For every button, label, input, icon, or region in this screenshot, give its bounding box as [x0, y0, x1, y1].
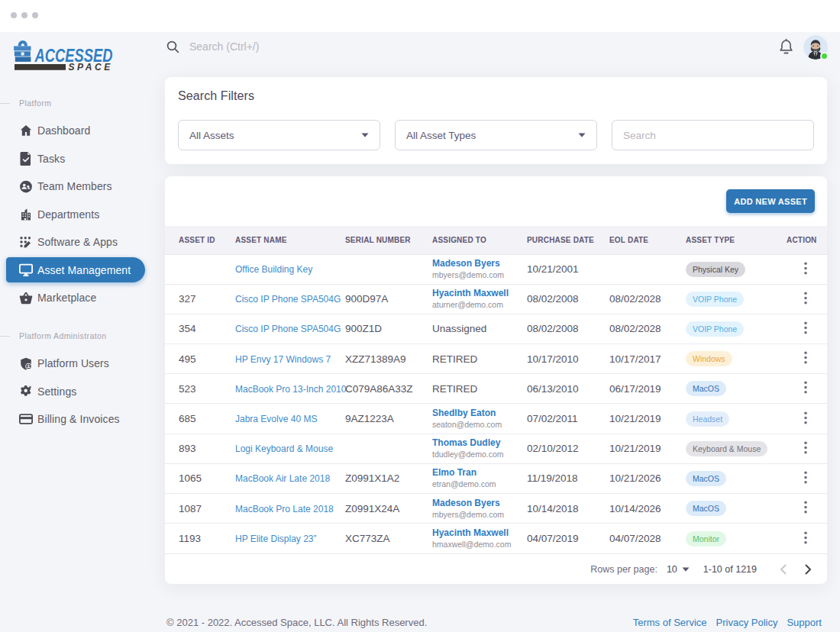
asset-id-cell: 354	[165, 314, 235, 343]
row-actions-button[interactable]	[804, 351, 807, 364]
sidebar-nav-platform: Dashboard Tasks Team Members Departments…	[0, 117, 153, 312]
add-new-asset-button[interactable]: ADD NEW ASSET	[726, 189, 815, 213]
row-actions-button[interactable]	[804, 381, 807, 394]
row-actions-button[interactable]	[804, 501, 807, 514]
asset-name-link[interactable]: HP Elite Display 23”	[235, 534, 317, 544]
eol-date-cell: 10/21/2026	[609, 463, 686, 493]
column-header-asset-id[interactable]: Asset ID	[165, 226, 235, 254]
action-cell	[787, 344, 827, 374]
asset-name-link[interactable]: HP Envy 17 Windows 7	[235, 354, 331, 365]
asset-row: 893 Logi Keyboard & Mouse Thomas Dudleyt…	[165, 434, 827, 463]
sidebar-item-team-members[interactable]: Team Members	[0, 173, 153, 201]
assigned-to-cell: Hyacinth Maxwellhmaxwell@demo.com	[432, 524, 527, 553]
serial-number-cell	[345, 434, 432, 463]
column-header-action[interactable]: Action	[787, 226, 827, 254]
filters-search-input[interactable]: Search	[612, 120, 814, 150]
sidebar-item-tasks[interactable]: Tasks	[0, 144, 153, 173]
row-actions-button[interactable]	[804, 471, 807, 484]
previous-page-button[interactable]	[780, 564, 787, 575]
window-control-dot[interactable]	[32, 12, 38, 18]
asset-types-select[interactable]: All Asset Types	[395, 120, 597, 150]
sidebar-item-asset-management[interactable]: Asset Management	[6, 257, 145, 282]
sidebar-item-software-apps[interactable]: Software & Apps	[0, 228, 153, 256]
column-header-asset-name[interactable]: Asset Name	[235, 226, 345, 254]
assigned-to-cell: Madeson Byersmbyers@demo.com	[432, 494, 527, 524]
asset-name-link[interactable]: Logi Keyboard & Mouse	[235, 443, 333, 454]
assigned-person-link[interactable]: Madeson Byers	[432, 258, 527, 269]
rows-per-page-label: Rows per page:	[590, 564, 657, 575]
asset-name-cell: HP Envy 17 Windows 7	[235, 344, 345, 374]
purchase-date-cell: 10/14/2018	[527, 494, 609, 524]
asset-name-link[interactable]: MacBook Air Late 2018	[235, 473, 330, 484]
row-actions-button[interactable]	[804, 441, 807, 454]
row-actions-button[interactable]	[804, 531, 807, 544]
global-search[interactable]: Search (Ctrl+/)	[166, 34, 259, 59]
assigned-person-link[interactable]: Shedlby Eaton	[432, 408, 527, 419]
assigned-person-link[interactable]: Elmo Tran	[432, 467, 527, 479]
row-actions-button[interactable]	[804, 262, 807, 275]
sidebar-item-settings[interactable]: Settings	[0, 377, 153, 405]
asset-name-link[interactable]: MacBook Pro 13-Inch 2010	[235, 384, 346, 395]
vertical-dots-icon	[804, 471, 807, 484]
sidebar-item-label: Marketplace	[37, 292, 96, 304]
sidebar-item-billing-invoices[interactable]: Billing & Invoices	[0, 405, 153, 434]
sidebar-item-label: Settings	[37, 385, 76, 398]
next-page-button[interactable]	[805, 564, 812, 575]
assigned-person-link[interactable]: Madeson Byers	[432, 498, 527, 509]
eol-date-cell: 10/21/2019	[609, 404, 686, 434]
asset-type-cell: VOIP Phone	[686, 314, 787, 343]
column-header-serial-number[interactable]: Serial Number	[345, 226, 432, 254]
search-icon	[166, 40, 179, 53]
asset-name-link[interactable]: MacBook Pro Late 2018	[235, 504, 334, 514]
footer-link-terms-of-service[interactable]: Terms of Service	[633, 617, 707, 628]
sidebar-nav-admin: Platform Users Settings Billing & Invoic…	[0, 350, 153, 434]
action-cell	[787, 374, 827, 404]
sidebar-item-marketplace[interactable]: Marketplace	[0, 284, 153, 312]
assigned-person-email: mbyers@demo.com	[432, 510, 527, 520]
user-avatar[interactable]	[803, 35, 828, 60]
assets-select[interactable]: All Assets	[178, 120, 380, 150]
asset-name-link[interactable]: Cisco IP Phone SPA504G	[235, 294, 341, 305]
footer-link-support[interactable]: Support	[787, 617, 822, 628]
sidebar-item-label: Asset Management	[37, 264, 131, 276]
sidebar-item-dashboard[interactable]: Dashboard	[0, 117, 153, 145]
notifications-button[interactable]	[778, 38, 795, 56]
asset-name-link[interactable]: Cisco IP Phone SPA504G	[235, 324, 341, 334]
vertical-dots-icon	[804, 531, 807, 544]
sidebar-item-platform-users[interactable]: Platform Users	[0, 350, 153, 378]
eol-date-cell: 08/02/2028	[609, 314, 686, 343]
assigned-person-link[interactable]: Thomas Dudley	[432, 437, 527, 449]
purchase-date-cell: 07/02/2011	[527, 404, 609, 434]
assigned-to-cell: Madeson Byersmbyers@demo.com	[432, 254, 527, 284]
row-actions-button[interactable]	[804, 411, 807, 424]
sidebar-item-label: Team Members	[37, 180, 112, 192]
row-actions-button[interactable]	[804, 321, 807, 334]
online-status-dot	[820, 52, 829, 60]
asset-type-badge: VOIP Phone	[686, 321, 744, 337]
vertical-dots-icon	[804, 292, 807, 305]
svg-text:SPACE: SPACE	[68, 62, 112, 73]
column-header-asset-type[interactable]: Asset Type	[686, 226, 787, 254]
sidebar-item-label: Dashboard	[37, 124, 90, 137]
asset-row: 327 Cisco IP Phone SPA504G 900D97A Hyaci…	[165, 284, 827, 314]
vertical-dots-icon	[804, 501, 807, 514]
column-header-eol-date[interactable]: EOL Date	[609, 226, 686, 254]
eol-date-cell: 08/02/2028	[609, 284, 686, 314]
column-header-purchase-date[interactable]: Purchase Date	[527, 226, 609, 254]
assigned-person-link[interactable]: Hyacinth Maxwell	[432, 527, 527, 539]
asset-name-link[interactable]: Office Building Key	[235, 264, 312, 275]
row-actions-button[interactable]	[804, 292, 807, 305]
column-header-assigned-to[interactable]: Assigned To	[432, 226, 527, 254]
footer-link-privacy-policy[interactable]: Privacy Policy	[716, 617, 778, 628]
serial-number-cell: 900D97A	[345, 284, 432, 314]
asset-type-cell: MacOS	[686, 494, 787, 524]
asset-type-cell: MacOS	[686, 463, 787, 493]
rows-per-page-select[interactable]: 10	[667, 564, 690, 575]
action-cell	[787, 314, 827, 343]
window-control-dot[interactable]	[21, 12, 27, 18]
assigned-person-link[interactable]: Hyacinth Maxwell	[432, 288, 527, 299]
sidebar-item-departments[interactable]: Departments	[0, 200, 153, 228]
brand-logo[interactable]: ACCESSED SPACE	[14, 38, 130, 75]
asset-name-link[interactable]: Jabra Evolve 40 MS	[235, 414, 317, 424]
window-control-dot[interactable]	[11, 12, 17, 18]
